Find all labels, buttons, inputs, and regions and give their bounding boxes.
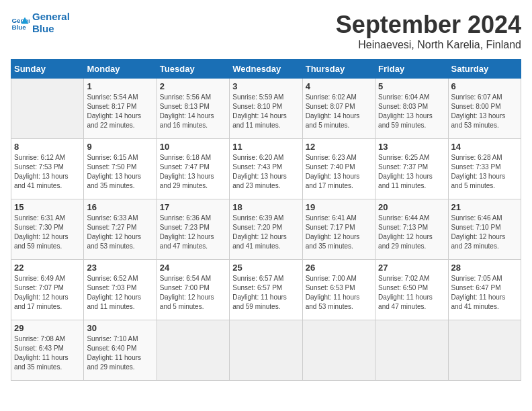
calendar-cell: 8Sunrise: 6:12 AMSunset: 7:53 PMDaylight… <box>11 139 84 199</box>
day-number: 13 <box>378 142 445 152</box>
calendar-week-row: 29Sunrise: 7:08 AMSunset: 6:43 PMDayligh… <box>11 320 521 381</box>
day-number: 6 <box>451 81 518 91</box>
day-number: 9 <box>87 142 153 152</box>
calendar-cell: 10Sunrise: 6:18 AMSunset: 7:47 PMDayligh… <box>157 139 229 199</box>
day-info: Sunrise: 6:02 AMSunset: 8:07 PMDaylight:… <box>306 93 372 130</box>
calendar-cell: 16Sunrise: 6:33 AMSunset: 7:27 PMDayligh… <box>84 199 157 260</box>
header-row: SundayMondayTuesdayWednesdayThursdayFrid… <box>11 60 521 79</box>
calendar-cell: 11Sunrise: 6:20 AMSunset: 7:43 PMDayligh… <box>230 139 302 199</box>
calendar-week-row: 15Sunrise: 6:31 AMSunset: 7:30 PMDayligh… <box>11 199 521 260</box>
day-info: Sunrise: 6:31 AMSunset: 7:30 PMDaylight:… <box>14 214 81 251</box>
day-info: Sunrise: 6:41 AMSunset: 7:17 PMDaylight:… <box>306 214 372 251</box>
calendar-cell <box>230 320 302 381</box>
day-number: 16 <box>87 202 153 212</box>
day-number: 1 <box>87 81 153 91</box>
day-number: 28 <box>451 263 518 273</box>
day-number: 8 <box>14 142 81 152</box>
day-number: 23 <box>87 263 153 273</box>
calendar-cell: 17Sunrise: 6:36 AMSunset: 7:23 PMDayligh… <box>157 199 229 260</box>
logo-icon: General Blue <box>11 13 30 32</box>
day-number: 17 <box>160 202 226 212</box>
title-block: September 2024 Heinaevesi, North Karelia… <box>336 11 521 51</box>
weekday-header: Saturday <box>448 60 521 79</box>
logo: General Blue General Blue <box>11 11 70 35</box>
calendar-cell: 24Sunrise: 6:54 AMSunset: 7:00 PMDayligh… <box>157 260 229 320</box>
day-info: Sunrise: 7:08 AMSunset: 6:43 PMDaylight:… <box>14 334 81 372</box>
calendar-cell <box>375 320 448 381</box>
day-info: Sunrise: 6:39 AMSunset: 7:20 PMDaylight:… <box>232 214 299 251</box>
day-info: Sunrise: 6:25 AMSunset: 7:37 PMDaylight:… <box>378 153 445 191</box>
day-number: 26 <box>306 263 372 273</box>
day-number: 10 <box>160 142 226 152</box>
calendar-cell <box>11 79 84 139</box>
calendar-cell: 19Sunrise: 6:41 AMSunset: 7:17 PMDayligh… <box>302 199 375 260</box>
page-header: General Blue General Blue September 2024… <box>11 11 521 51</box>
location-subtitle: Heinaevesi, North Karelia, Finland <box>336 39 521 51</box>
calendar-cell: 28Sunrise: 7:05 AMSunset: 6:47 PMDayligh… <box>448 260 521 320</box>
calendar-week-row: 8Sunrise: 6:12 AMSunset: 7:53 PMDaylight… <box>11 139 521 199</box>
day-info: Sunrise: 5:54 AMSunset: 8:17 PMDaylight:… <box>87 93 153 130</box>
calendar-cell: 23Sunrise: 6:52 AMSunset: 7:03 PMDayligh… <box>84 260 157 320</box>
logo-text-general: General <box>32 11 70 23</box>
calendar-cell: 14Sunrise: 6:28 AMSunset: 7:33 PMDayligh… <box>448 139 521 199</box>
day-info: Sunrise: 6:44 AMSunset: 7:13 PMDaylight:… <box>378 214 445 251</box>
calendar-week-row: 1Sunrise: 5:54 AMSunset: 8:17 PMDaylight… <box>11 79 521 139</box>
day-info: Sunrise: 7:05 AMSunset: 6:47 PMDaylight:… <box>451 274 518 312</box>
weekday-header: Wednesday <box>230 60 302 79</box>
calendar-cell: 5Sunrise: 6:04 AMSunset: 8:03 PMDaylight… <box>375 79 448 139</box>
calendar-cell: 21Sunrise: 6:46 AMSunset: 7:10 PMDayligh… <box>448 199 521 260</box>
day-info: Sunrise: 6:28 AMSunset: 7:33 PMDaylight:… <box>451 153 518 191</box>
day-info: Sunrise: 5:59 AMSunset: 8:10 PMDaylight:… <box>232 93 299 130</box>
weekday-header: Monday <box>84 60 157 79</box>
day-number: 3 <box>232 81 299 91</box>
day-number: 15 <box>14 202 81 212</box>
weekday-header: Tuesday <box>157 60 229 79</box>
calendar-cell: 3Sunrise: 5:59 AMSunset: 8:10 PMDaylight… <box>230 79 302 139</box>
day-info: Sunrise: 6:49 AMSunset: 7:07 PMDaylight:… <box>14 274 81 312</box>
day-info: Sunrise: 6:52 AMSunset: 7:03 PMDaylight:… <box>87 274 153 312</box>
day-info: Sunrise: 6:36 AMSunset: 7:23 PMDaylight:… <box>160 214 226 251</box>
day-number: 25 <box>232 263 299 273</box>
calendar-cell: 26Sunrise: 7:00 AMSunset: 6:53 PMDayligh… <box>302 260 375 320</box>
day-number: 14 <box>451 142 518 152</box>
calendar-cell: 12Sunrise: 6:23 AMSunset: 7:40 PMDayligh… <box>302 139 375 199</box>
day-number: 30 <box>87 323 153 333</box>
calendar-table: SundayMondayTuesdayWednesdayThursdayFrid… <box>11 59 521 381</box>
day-number: 19 <box>306 202 372 212</box>
calendar-cell: 1Sunrise: 5:54 AMSunset: 8:17 PMDaylight… <box>84 79 157 139</box>
day-info: Sunrise: 6:15 AMSunset: 7:50 PMDaylight:… <box>87 153 153 191</box>
day-number: 4 <box>306 81 372 91</box>
svg-text:Blue: Blue <box>11 24 26 31</box>
day-info: Sunrise: 6:46 AMSunset: 7:10 PMDaylight:… <box>451 214 518 251</box>
day-info: Sunrise: 5:56 AMSunset: 8:13 PMDaylight:… <box>160 93 226 130</box>
day-number: 21 <box>451 202 518 212</box>
day-number: 22 <box>14 263 81 273</box>
calendar-cell <box>157 320 229 381</box>
day-number: 12 <box>306 142 372 152</box>
weekday-header: Friday <box>375 60 448 79</box>
day-info: Sunrise: 6:12 AMSunset: 7:53 PMDaylight:… <box>14 153 81 191</box>
calendar-cell: 9Sunrise: 6:15 AMSunset: 7:50 PMDaylight… <box>84 139 157 199</box>
day-info: Sunrise: 7:02 AMSunset: 6:50 PMDaylight:… <box>378 274 445 312</box>
calendar-cell: 29Sunrise: 7:08 AMSunset: 6:43 PMDayligh… <box>11 320 84 381</box>
weekday-header: Sunday <box>11 60 84 79</box>
calendar-cell: 22Sunrise: 6:49 AMSunset: 7:07 PMDayligh… <box>11 260 84 320</box>
calendar-cell: 2Sunrise: 5:56 AMSunset: 8:13 PMDaylight… <box>157 79 229 139</box>
calendar-week-row: 22Sunrise: 6:49 AMSunset: 7:07 PMDayligh… <box>11 260 521 320</box>
calendar-cell: 6Sunrise: 6:07 AMSunset: 8:00 PMDaylight… <box>448 79 521 139</box>
day-info: Sunrise: 6:04 AMSunset: 8:03 PMDaylight:… <box>378 93 445 130</box>
month-title: September 2024 <box>336 11 521 39</box>
calendar-cell <box>448 320 521 381</box>
logo-text-blue: Blue <box>32 23 70 35</box>
day-info: Sunrise: 6:57 AMSunset: 6:57 PMDaylight:… <box>232 274 299 312</box>
calendar-cell: 25Sunrise: 6:57 AMSunset: 6:57 PMDayligh… <box>230 260 302 320</box>
calendar-cell: 15Sunrise: 6:31 AMSunset: 7:30 PMDayligh… <box>11 199 84 260</box>
day-number: 2 <box>160 81 226 91</box>
weekday-header: Thursday <box>302 60 375 79</box>
day-number: 20 <box>378 202 445 212</box>
day-info: Sunrise: 7:10 AMSunset: 6:40 PMDaylight:… <box>87 334 153 372</box>
calendar-cell: 27Sunrise: 7:02 AMSunset: 6:50 PMDayligh… <box>375 260 448 320</box>
day-info: Sunrise: 6:33 AMSunset: 7:27 PMDaylight:… <box>87 214 153 251</box>
calendar-cell: 13Sunrise: 6:25 AMSunset: 7:37 PMDayligh… <box>375 139 448 199</box>
day-number: 24 <box>160 263 226 273</box>
